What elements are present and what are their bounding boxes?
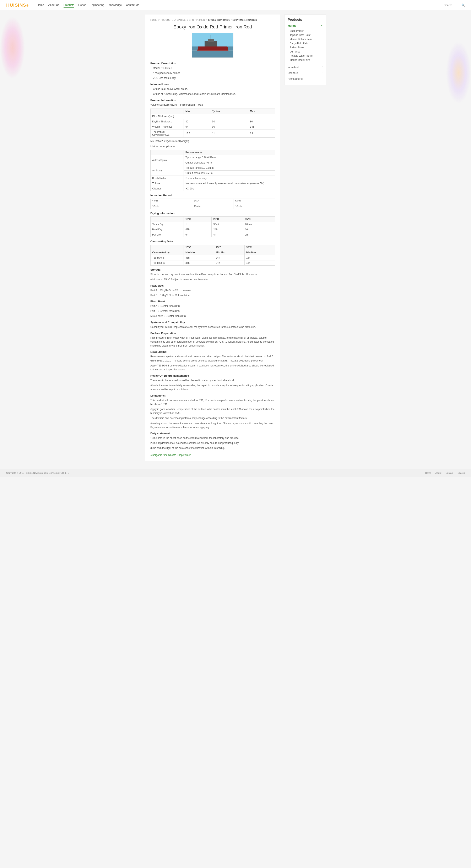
- intended-use-2: · For use at Newbuilding, Maintenance an…: [150, 92, 275, 96]
- oc-th-25c: 25°C: [214, 245, 244, 250]
- wet-film-min: 54: [184, 124, 210, 129]
- footer-link-home[interactable]: Home: [425, 472, 431, 474]
- induction-temp-row: 10°C 25°C 35°C: [151, 199, 275, 204]
- footer-link-about[interactable]: About: [435, 472, 441, 474]
- systems-title: Systems and Compatibility:: [150, 321, 275, 324]
- limitation-4: Avoiding absorb the solvent steam and pa…: [150, 422, 275, 429]
- limitations-title: Limitations:: [150, 394, 275, 397]
- sidebar-item-cargo-hold[interactable]: Cargo Hold Paint: [288, 41, 323, 45]
- footer: Copyright © 2018 HuiSins New Materials T…: [0, 469, 471, 477]
- breadcrumb-marine[interactable]: MARINE: [177, 19, 186, 21]
- duty-1: 1)The data in the sheet base on the info…: [150, 436, 275, 440]
- breadcrumb-home[interactable]: HOME: [150, 19, 157, 21]
- duty-statement-section: Duty statement: 1)The data in the sheet …: [150, 432, 275, 450]
- breadcrumb-products[interactable]: PRODUCTS: [160, 19, 173, 21]
- hard-dry-label: Hard Dry: [151, 227, 184, 232]
- main-content: HOME // PRODUCTS // MARINE // SHOP PRIME…: [145, 14, 280, 461]
- pack-size-a: Part A：26kg/14.5L in 20 L container: [150, 288, 275, 292]
- pack-size-b: Part B：5.2kg/5.5L in 20 L container: [150, 293, 275, 297]
- dry-th-empty: [151, 217, 184, 222]
- dry-film-label: Dryfilm Thickness: [151, 119, 184, 124]
- duty-statement-title: Duty statement:: [150, 432, 275, 435]
- nav-honor[interactable]: Honor: [78, 2, 86, 8]
- systems-text: Consult your Sunrui Representative for t…: [150, 325, 275, 329]
- sidebar-item-topside[interactable]: Topside Boat Paint: [288, 33, 323, 37]
- product-info-section: Product Information Volume Solids:55%±2%…: [150, 99, 275, 191]
- oc-1-10c: 36h: [184, 255, 214, 260]
- search-input[interactable]: [444, 3, 461, 7]
- nav-products[interactable]: Products: [63, 2, 74, 8]
- nav-home[interactable]: Home: [37, 2, 44, 8]
- flash-point-a: Part A：Greater than 31°C: [150, 304, 275, 308]
- oc-1-25c: 24h: [214, 255, 244, 260]
- footer-link-contact[interactable]: Contact: [445, 472, 453, 474]
- nav-about[interactable]: About Us: [48, 2, 59, 8]
- oc-th-35c: 35°C: [244, 245, 275, 250]
- logo[interactable]: HUISINS®: [6, 2, 29, 8]
- limitations-section: Limitations: This product will not cure …: [150, 394, 275, 429]
- header-search: 🔍: [444, 3, 465, 7]
- repair-title: Repair/On Board Maintenance: [150, 374, 275, 377]
- overcoating-title: Overcoating Data: [150, 240, 275, 243]
- nav-engineering[interactable]: Engineering: [90, 2, 104, 8]
- brush-roller-label: Brush/Roller: [151, 176, 184, 181]
- air-spray-detail-2: Output pressure:0.4MPa: [184, 170, 275, 176]
- cleaner-row: Cleaner HX-501: [151, 186, 275, 191]
- search-icon[interactable]: 🔍: [462, 3, 465, 7]
- prev-link[interactable]: «Inorganic Zinc Silicate Shop Primer: [150, 454, 190, 457]
- overcoating-header-2: Overcoated by Min Max Min Max Min Max: [151, 250, 275, 255]
- brush-roller-row: Brush/Roller For small area only: [151, 176, 275, 181]
- wet-film-typical: 90: [210, 124, 248, 129]
- footer-copyright: Copyright © 2018 HuiSins New Materials T…: [6, 472, 69, 474]
- induction-20min: 20min: [192, 204, 233, 209]
- header: HUISINS® Home About Us Products Honor En…: [0, 0, 471, 10]
- th-label: [151, 109, 184, 114]
- sidebar-category-marine[interactable]: Marine ∨: [288, 24, 323, 27]
- th-max: Max: [248, 109, 275, 114]
- oc-1-35c: 16h: [244, 255, 275, 260]
- coverage-typical: 11: [210, 129, 248, 137]
- product-description-section: Product Description: · Model:725-H06-3 ·…: [150, 62, 275, 80]
- brush-roller-detail: For small area only: [184, 176, 275, 181]
- sidebar-item-potable-water[interactable]: Potable Water Tanks: [288, 54, 323, 58]
- airless-spray-detail-1: Tip size range:0.38-0.53mm: [184, 155, 275, 160]
- sidebar-item-marine-deck[interactable]: Marine Deck Paint: [288, 58, 323, 62]
- main-nav: Home About Us Products Honor Engineering…: [37, 2, 444, 8]
- newbuilding-section: Newbuilding: Remove weld spatter and smo…: [150, 350, 275, 372]
- thickness-table: Min Typical Max Film Thickness(μm) Dryfi…: [150, 108, 275, 137]
- sidebar-category-offshore[interactable]: Offshore ‹: [288, 70, 323, 76]
- sidebar-item-marine-bottom[interactable]: Marine Bottom Paint: [288, 37, 323, 41]
- pot-life-label: Pot Life: [151, 232, 184, 238]
- surface-prep-section: Surface Preparation: High pressure fresh…: [150, 332, 275, 348]
- wet-film-max: 145: [248, 124, 275, 129]
- nav-knowledge[interactable]: Knowledge: [109, 2, 122, 8]
- method-of-application-label: Method of Application: [150, 145, 275, 148]
- sidebar-architectural-label: Architectural: [288, 77, 302, 80]
- induction-10c: 10°C: [151, 199, 192, 204]
- bc-sep-1: //: [158, 19, 159, 21]
- dry-th-25c: 25°C: [212, 217, 243, 222]
- nav-contact[interactable]: Contact Us: [126, 2, 139, 8]
- thinner-row: Thinner Not recommended. Use only in exc…: [151, 181, 275, 186]
- sidebar-category-industrial[interactable]: Industrial ‹: [288, 64, 323, 70]
- hard-dry-10c: 48h: [184, 227, 212, 232]
- coverage-min: 18.3: [184, 129, 210, 137]
- dry-film-min: 30: [184, 119, 210, 124]
- bc-sep-4: //: [206, 19, 207, 21]
- footer-link-search[interactable]: Search: [458, 472, 465, 474]
- flash-point-b: Part B：Greater than 31°C: [150, 309, 275, 313]
- sidebar-item-shop-primer[interactable]: Shop Primer: [288, 29, 323, 33]
- induction-period-section: Induction Period: 10°C 25°C 35°C 30min 2…: [150, 194, 275, 209]
- sidebar-item-oil-tanks[interactable]: Oil Tanks: [288, 50, 323, 54]
- induction-title: Induction Period:: [150, 194, 275, 197]
- sidebar-item-ballast[interactable]: Ballast Tanks: [288, 45, 323, 50]
- limitation-2: Apply in good weather. Temperature of th…: [150, 407, 275, 415]
- sidebar-category-architectural[interactable]: Architectural ‹: [288, 76, 323, 82]
- breadcrumb-shop-primer[interactable]: SHOP PRIMER: [189, 19, 205, 21]
- application-header: Recommended: [151, 150, 275, 155]
- duty-3: 3)We own the right of the data sheet mod…: [150, 446, 275, 450]
- svg-rect-3: [205, 41, 217, 46]
- oc-2-25c: 24h: [214, 260, 244, 266]
- drying-title: Drying Information:: [150, 212, 275, 215]
- th-min: Min: [184, 109, 210, 114]
